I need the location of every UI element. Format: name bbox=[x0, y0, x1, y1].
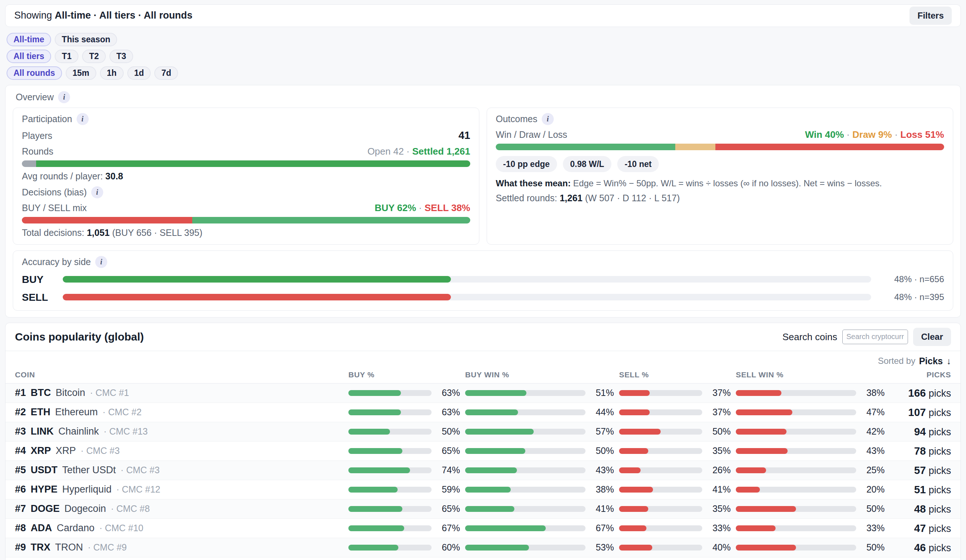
coin-cell: #7 DOGE Dogecoin · CMC #8 bbox=[15, 503, 343, 515]
buy-pct-value: 65% bbox=[437, 503, 460, 514]
sell-win-bar bbox=[736, 487, 856, 493]
outcomes-title-row: Outcomes i bbox=[496, 113, 944, 125]
chip-all-time[interactable]: All-time bbox=[7, 33, 51, 46]
sell-win-value: 38% bbox=[861, 387, 885, 398]
chip-t2[interactable]: T2 bbox=[82, 49, 106, 63]
mix-buy-value: BUY 62% bbox=[375, 202, 416, 213]
buy-win-value: 50% bbox=[591, 445, 614, 457]
coin-name: Chainlink bbox=[58, 426, 99, 438]
sorted-by-value: Picks bbox=[919, 355, 943, 367]
mix-row: BUY / SELL mix BUY 62% · SELL 38% bbox=[22, 202, 470, 214]
accuracy-sell-bar bbox=[63, 294, 871, 300]
sell-pct-value: 26% bbox=[707, 465, 731, 476]
coin-symbol: ADA bbox=[31, 522, 52, 534]
coin-rank: #4 bbox=[15, 445, 26, 457]
buy-win-fill bbox=[465, 448, 525, 454]
loss-segment bbox=[715, 144, 944, 150]
buy-pct-bar bbox=[348, 526, 432, 531]
chip-all-rounds[interactable]: All rounds bbox=[7, 66, 62, 80]
net-badge: -10 net bbox=[617, 156, 659, 172]
sell-pct-value: 35% bbox=[707, 503, 731, 514]
coin-symbol: HYPE bbox=[31, 483, 58, 496]
wdl-bar bbox=[496, 144, 944, 150]
mix-sell-value: SELL 38% bbox=[425, 202, 470, 213]
players-value: 41 bbox=[458, 129, 470, 142]
mix-label: BUY / SELL mix bbox=[22, 202, 87, 214]
coin-cmc-rank: · CMC #12 bbox=[117, 484, 161, 495]
coin-name: Dogecoin bbox=[64, 503, 106, 515]
sell-win-value: 33% bbox=[861, 522, 885, 534]
sell-win-value: 42% bbox=[861, 426, 885, 437]
chip-1h[interactable]: 1h bbox=[100, 66, 124, 80]
sell-pct-fill bbox=[619, 545, 652, 550]
filters-button[interactable]: Filters bbox=[909, 7, 952, 25]
buy-win-fill bbox=[465, 467, 517, 473]
mix-values: BUY 62% · SELL 38% bbox=[375, 202, 470, 214]
overview-info-icon[interactable]: i bbox=[58, 91, 70, 103]
mix-bar bbox=[22, 217, 470, 223]
coin-cell: #6 HYPE Hyperliquid · CMC #12 bbox=[15, 483, 343, 496]
chip-t3[interactable]: T3 bbox=[109, 49, 133, 63]
coin-symbol: LINK bbox=[31, 426, 54, 438]
search-coins-label: Search coins bbox=[782, 331, 837, 343]
buy-pct-fill bbox=[348, 467, 410, 473]
col-header-sell-win-pct: SELL WIN % bbox=[736, 370, 885, 380]
chip-t1[interactable]: T1 bbox=[55, 49, 79, 63]
sell-pct-value: 37% bbox=[707, 406, 731, 418]
accuracy-buy-value: 48% · n=656 bbox=[882, 274, 944, 285]
coin-cell: #1 BTC Bitcoin · CMC #1 bbox=[15, 387, 343, 399]
participation-info-icon[interactable]: i bbox=[77, 113, 89, 125]
accuracy-info-icon[interactable]: i bbox=[95, 256, 107, 268]
sorted-by-control[interactable]: Sorted by Picks ↓ bbox=[5, 351, 961, 367]
sell-pct-bar bbox=[619, 429, 702, 435]
filter-chips: All-time This season All tiers T1 T2 T3 … bbox=[7, 33, 959, 80]
sell-win-bar bbox=[736, 526, 856, 531]
buy-pct-bar bbox=[348, 448, 432, 454]
chip-15m[interactable]: 15m bbox=[66, 66, 96, 80]
table-row: #2 ETH Ethereum · CMC #2 63% 44% 37% 47%… bbox=[5, 403, 961, 422]
chip-all-tiers[interactable]: All tiers bbox=[7, 49, 51, 63]
accuracy-title: Accuracy by side bbox=[22, 256, 91, 268]
decisions-info-icon[interactable]: i bbox=[91, 186, 103, 198]
rounds-open-segment bbox=[22, 160, 36, 167]
table-row: #8 ADA Cardano · CMC #10 67% 67% 33% 33%… bbox=[5, 519, 961, 538]
accuracy-buy-fill bbox=[63, 276, 451, 283]
coin-cell: #4 XRP XRP · CMC #3 bbox=[15, 445, 343, 457]
buy-win-bar bbox=[465, 545, 585, 550]
coin-symbol: BTC bbox=[31, 387, 51, 399]
chip-1d[interactable]: 1d bbox=[127, 66, 151, 80]
outcomes-card: Outcomes i Win / Draw / Loss Win 40% · D… bbox=[487, 108, 953, 245]
buy-pct-value: 63% bbox=[437, 387, 460, 398]
outcomes-title: Outcomes bbox=[496, 113, 537, 125]
participation-title: Participation bbox=[22, 113, 72, 125]
rounds-values: Open 42 · Settled 1,261 bbox=[367, 146, 470, 157]
rounds-row: Rounds Open 42 · Settled 1,261 bbox=[22, 146, 470, 157]
picks-cell: 107 picks bbox=[890, 406, 951, 419]
buy-win-fill bbox=[465, 409, 518, 415]
settled-rounds-detail: (W 507 · D 112 · L 517) bbox=[585, 193, 680, 203]
sell-win-value: 50% bbox=[861, 503, 885, 514]
sell-pct-fill bbox=[619, 448, 648, 454]
sell-pct-fill bbox=[619, 390, 650, 396]
buy-pct-fill bbox=[348, 545, 398, 550]
avg-rounds-value: 30.8 bbox=[105, 171, 123, 181]
outcomes-info-icon[interactable]: i bbox=[542, 113, 554, 125]
buy-pct-value: 50% bbox=[437, 426, 460, 437]
outcome-badges: -10 pp edge 0.98 W/L -10 net bbox=[496, 156, 944, 172]
sell-win-bar bbox=[736, 448, 856, 454]
chip-this-season[interactable]: This season bbox=[55, 33, 117, 46]
sell-pct-value: 40% bbox=[707, 542, 731, 553]
total-decisions-value: 1,051 bbox=[87, 228, 110, 238]
col-header-buy-win-pct: BUY WIN % bbox=[465, 370, 614, 380]
decisions-label: Decisions (bias) bbox=[22, 187, 87, 198]
draw-segment bbox=[675, 144, 716, 150]
buy-pct-fill bbox=[348, 487, 398, 493]
sell-win-bar bbox=[736, 506, 856, 512]
sell-win-bar bbox=[736, 409, 856, 415]
clear-search-button[interactable]: Clear bbox=[913, 328, 951, 346]
search-input[interactable] bbox=[842, 329, 908, 344]
coin-cmc-rank: · CMC #8 bbox=[111, 503, 150, 514]
chip-7d[interactable]: 7d bbox=[154, 66, 178, 80]
buy-pct-bar bbox=[348, 467, 432, 473]
overview-label: Overview i bbox=[16, 91, 953, 103]
